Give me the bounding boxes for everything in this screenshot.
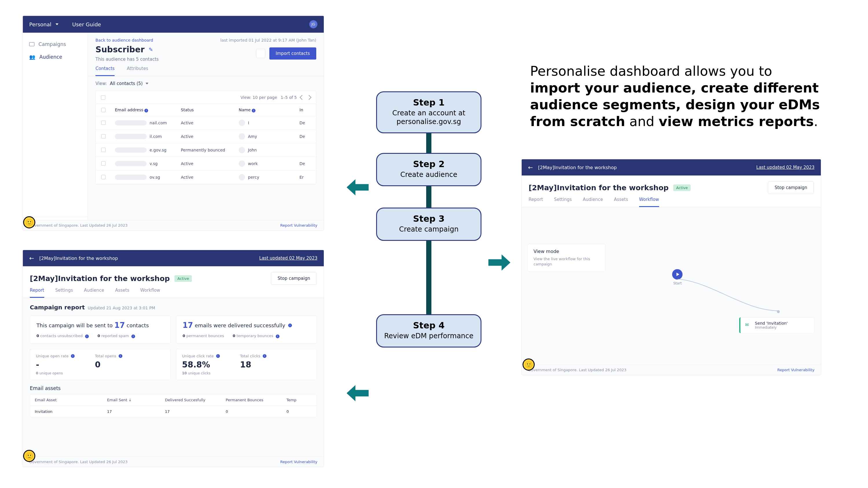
- email-assets-heading: Email assets: [30, 385, 317, 391]
- top-bar: Personal User Guide JG: [23, 16, 324, 33]
- workflow-canvas[interactable]: View mode View the live workflow for thi…: [522, 207, 821, 375]
- sidebar-item-campaigns[interactable]: Campaigns: [23, 38, 88, 51]
- tab-report[interactable]: Report: [30, 288, 44, 298]
- smiley-icon: [523, 358, 535, 370]
- workflow-send-node[interactable]: ✉ Send 'Invitation'Immediately: [739, 317, 814, 333]
- tab-contacts[interactable]: Contacts: [95, 66, 115, 76]
- table-row[interactable]: il.comActiveAmyDe: [96, 130, 316, 143]
- tab-audience[interactable]: Audience: [583, 197, 603, 207]
- table-row[interactable]: e.gov.sgPermanently bouncedJohn: [96, 143, 316, 157]
- audience-subtitle: This audience has 5 contacts: [95, 57, 159, 62]
- tab-assets[interactable]: Assets: [115, 288, 129, 298]
- page-range: 1–5 of 5: [281, 95, 297, 100]
- report-heading: Campaign report: [30, 304, 85, 311]
- headline-text: Personalise dashboard allows you to impo…: [530, 63, 822, 130]
- info-icon[interactable]: i: [276, 334, 279, 338]
- col-header: Permanent Bounces: [221, 394, 282, 405]
- view-mode-panel: View mode View the live workflow for thi…: [527, 244, 606, 272]
- connector: [426, 241, 431, 314]
- smiley-icon: [23, 216, 35, 228]
- campaign-name: [2May]Invitation for the workshop: [39, 256, 118, 261]
- next-page-button[interactable]: [307, 95, 312, 100]
- last-imported-text: last imported 01 Jul 2022 at 9:17 AM (Jo…: [220, 38, 316, 42]
- table-cell: 17: [102, 406, 160, 417]
- tab-workflow[interactable]: Workflow: [639, 197, 659, 207]
- col-header: Email Sent ↓: [102, 394, 160, 405]
- tab-assets[interactable]: Assets: [614, 197, 628, 207]
- report-vulnerability-link[interactable]: Report Vulnerability: [777, 368, 814, 372]
- connector: [426, 186, 431, 207]
- table-cell: 0: [282, 406, 311, 417]
- status-badge: Active: [175, 275, 192, 282]
- row-checkbox[interactable]: [101, 121, 105, 125]
- stop-campaign-button[interactable]: Stop campaign: [768, 181, 814, 194]
- row-checkbox[interactable]: [101, 161, 105, 166]
- table-row[interactable]: nail.comActiveIDe: [96, 116, 316, 130]
- info-icon[interactable]: i: [144, 109, 148, 112]
- action-button[interactable]: [256, 49, 265, 58]
- avatar: [239, 160, 245, 167]
- card-delivered: 17 emails were delivered successfully i …: [176, 316, 317, 344]
- info-icon[interactable]: i: [216, 354, 220, 358]
- view-filter[interactable]: View:All contacts (5): [88, 76, 324, 91]
- card-recipients: This campaign will be sent to 17 contact…: [30, 316, 171, 344]
- avatar: [239, 174, 245, 181]
- row-checkbox[interactable]: [101, 148, 105, 152]
- info-icon[interactable]: i: [252, 109, 255, 112]
- contacts-table: View: 10 per page 1–5 of 5 Email address…: [95, 91, 316, 185]
- tab-report[interactable]: Report: [529, 197, 543, 207]
- import-contacts-button[interactable]: Import contacts: [269, 47, 316, 60]
- info-icon[interactable]: i: [85, 334, 89, 338]
- last-updated-link[interactable]: Last updated 02 May 2023: [259, 256, 317, 261]
- row-checkbox[interactable]: [101, 175, 105, 179]
- sidebar: Campaigns 👥Audience ›Toggle sidebar: [23, 33, 88, 230]
- sidebar-item-audience[interactable]: 👥Audience: [23, 51, 88, 63]
- info-icon[interactable]: i: [263, 354, 267, 358]
- info-icon[interactable]: i: [71, 354, 75, 358]
- table-cell: 0: [221, 406, 282, 417]
- report-vulnerability-link[interactable]: Report Vulnerability: [280, 223, 317, 228]
- info-icon[interactable]: i: [119, 354, 122, 358]
- last-updated-link[interactable]: Last updated 02 May 2023: [756, 165, 814, 170]
- stop-campaign-button[interactable]: Stop campaign: [271, 272, 317, 285]
- back-icon[interactable]: ←: [528, 164, 533, 171]
- campaign-tabs: ReportSettingsAudienceAssetsWorkflow: [23, 285, 324, 298]
- workflow-node-dot: [777, 310, 780, 313]
- top-bar: ←[2May]Invitation for the workshop Last …: [522, 159, 821, 175]
- user-guide-link[interactable]: User Guide: [72, 22, 101, 28]
- col-email: Email addressi: [111, 104, 177, 116]
- col-header: Temp: [282, 394, 311, 405]
- report-vulnerability-link[interactable]: Report Vulnerability: [280, 460, 317, 464]
- mail-icon: [29, 42, 34, 46]
- screenshot-campaign-report: ←[2May]Invitation for the workshop Last …: [23, 250, 324, 467]
- caret-down-icon: [56, 24, 58, 25]
- workspace-dropdown[interactable]: Personal: [29, 22, 58, 28]
- tab-audience[interactable]: Audience: [84, 288, 104, 298]
- row-checkbox[interactable]: [101, 134, 105, 138]
- col-in: In: [296, 104, 313, 116]
- edit-icon[interactable]: ✎: [149, 46, 153, 53]
- user-avatar[interactable]: JG: [309, 20, 317, 28]
- workflow-start-node[interactable]: [672, 269, 683, 280]
- workflow-connector: [677, 279, 779, 317]
- select-all-checkbox[interactable]: [101, 95, 105, 100]
- step-3: Step 3Create campaign: [376, 207, 482, 241]
- info-icon[interactable]: i: [131, 334, 135, 338]
- table-row[interactable]: ov.sgActivepercyEr: [96, 170, 316, 184]
- tab-attributes[interactable]: Attributes: [127, 66, 148, 76]
- table-cell[interactable]: Invitation: [30, 406, 102, 417]
- tab-workflow[interactable]: Workflow: [140, 288, 160, 298]
- card-click-rate: Unique click ratei58.8%10 unique clicks …: [176, 349, 317, 380]
- tab-settings[interactable]: Settings: [554, 197, 572, 207]
- prev-page-button[interactable]: [300, 95, 305, 100]
- tab-settings[interactable]: Settings: [55, 288, 73, 298]
- table-row[interactable]: v.sgActiveworkDe: [96, 157, 316, 170]
- footer: Government of Singapore. Last Updated 26…: [522, 364, 821, 375]
- select-all-checkbox[interactable]: [101, 108, 105, 112]
- back-icon[interactable]: ←: [29, 255, 34, 262]
- back-link[interactable]: Back to audience dashboard: [95, 38, 153, 42]
- info-icon[interactable]: i: [288, 324, 292, 327]
- status-badge: Active: [673, 185, 691, 191]
- per-page-select[interactable]: View: 10 per page: [241, 95, 277, 100]
- top-bar: ←[2May]Invitation for the workshop Last …: [23, 250, 324, 266]
